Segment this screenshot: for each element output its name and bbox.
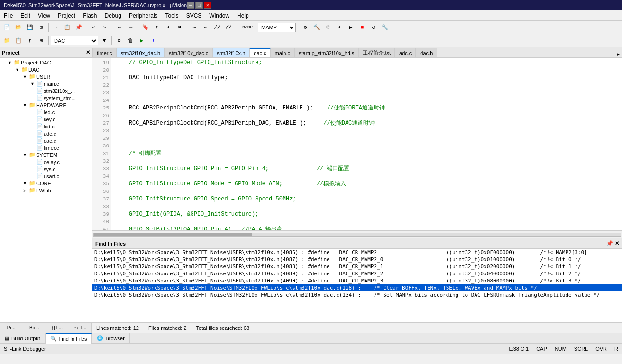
- build-button[interactable]: 🔨: [311, 22, 322, 33]
- build2-button[interactable]: ▶: [137, 36, 147, 46]
- menu-view[interactable]: View: [34, 11, 54, 20]
- minimize-button[interactable]: ─: [187, 2, 194, 9]
- menu-edit[interactable]: Edit: [17, 11, 34, 20]
- find-result-item-selected[interactable]: D:\keil5\0_Stm32WorkSpace\3_Stm32FFT_Noi…: [92, 284, 622, 291]
- mamp-button[interactable]: MAMP: [238, 22, 257, 33]
- tree-item-system-folder[interactable]: ▼ 📁 SYSTEM: [0, 151, 92, 158]
- bookmark-button[interactable]: 🔖: [140, 22, 151, 33]
- tree-item-dac[interactable]: ▼ 📁 DAC: [0, 66, 92, 73]
- tab-find-in-files[interactable]: 🔍 Find In Files: [46, 333, 92, 344]
- comment-button[interactable]: //: [212, 22, 222, 33]
- nav-back-button[interactable]: ←: [114, 22, 125, 33]
- find-result-item[interactable]: D:\keil5\0_Stm32WorkSpace\3_Stm32FFT_Noi…: [92, 263, 622, 270]
- find-results-list[interactable]: D:\keil5\0_Stm32WorkSpace\3_Stm32FFT_Noi…: [92, 249, 622, 322]
- undo-button[interactable]: ↩: [88, 22, 99, 33]
- save-button[interactable]: 💾: [25, 22, 35, 33]
- tab-gongjian[interactable]: 工程简介.txt: [358, 48, 395, 57]
- hscroll-thumb[interactable]: [94, 233, 252, 236]
- close-button[interactable]: ✕: [204, 2, 211, 9]
- tree-item-dacc[interactable]: 📄 dac.c: [0, 137, 92, 144]
- tree-item-keyc[interactable]: 📄 key.c: [0, 116, 92, 123]
- tree-item-ledc[interactable]: 📄 led.c: [0, 109, 92, 116]
- target-select[interactable]: DAC: [51, 36, 98, 46]
- tree-item-lcdc[interactable]: 📄 lcd.c: [0, 123, 92, 130]
- tree-item-project[interactable]: ▼ 📁 Project: DAC: [0, 59, 92, 66]
- copy-button[interactable]: 📋: [62, 22, 73, 33]
- template-button[interactable]: ⊞: [36, 36, 46, 46]
- tool1-button[interactable]: 🔧: [380, 22, 390, 33]
- menu-tools[interactable]: Tools: [162, 11, 183, 20]
- horizontal-scrollbar[interactable]: [92, 230, 622, 238]
- find-result-item[interactable]: D:\keil5\0_Stm32WorkSpace\3_Stm32FFT_Noi…: [92, 249, 622, 256]
- combo-arrow[interactable]: ▼: [99, 36, 110, 46]
- download2-button[interactable]: ⬇: [148, 36, 158, 46]
- redo-button[interactable]: ↪: [100, 22, 110, 33]
- tab-stm32f10x-dach[interactable]: stm32f10x_dac.h: [116, 48, 165, 57]
- debug-button[interactable]: ▶: [346, 22, 356, 33]
- menu-help[interactable]: Help: [233, 11, 253, 20]
- menu-debug[interactable]: Debug: [101, 11, 125, 20]
- find-result-item[interactable]: D:\keil5\0_Stm32WorkSpace\3_Stm32FFT_Noi…: [92, 256, 622, 263]
- tree-item-mainc[interactable]: ▼ 📄 main.c: [0, 80, 92, 87]
- func-view-button[interactable]: ƒ: [25, 36, 35, 46]
- target-combo[interactable]: MAMP: [258, 23, 296, 32]
- bookmark-next-button[interactable]: ⬇: [163, 22, 174, 33]
- tree-item-core[interactable]: ▼ 📁 CORE: [0, 180, 92, 187]
- target-options-button[interactable]: ⚙: [300, 22, 311, 33]
- find-panel-dock[interactable]: 📌: [606, 240, 613, 246]
- options-button[interactable]: ⚙: [114, 36, 124, 46]
- tab-adcc[interactable]: adc.c: [395, 48, 416, 57]
- bookmark-prev-button[interactable]: ⬆: [152, 22, 162, 33]
- tab-build-output[interactable]: ▦ Build Output: [0, 333, 46, 344]
- download-button[interactable]: ⬇: [334, 22, 345, 33]
- proj-tab-project[interactable]: Pr...: [0, 323, 23, 333]
- open-file-button[interactable]: 📂: [13, 22, 24, 33]
- tree-item-timerc[interactable]: 📄 timer.c: [0, 144, 92, 151]
- menu-window[interactable]: Window: [205, 11, 233, 20]
- tree-item-fwlib[interactable]: ▷ 📁 FWLib: [0, 187, 92, 194]
- file-view-button[interactable]: 📋: [13, 36, 24, 46]
- find-panel-close[interactable]: ✕: [615, 240, 619, 246]
- unindent-button[interactable]: ⇤: [201, 22, 211, 33]
- menu-flash[interactable]: Flash: [79, 11, 101, 20]
- indent-button[interactable]: ⇥: [189, 22, 200, 33]
- tree-item-sysc[interactable]: 📄 sys.c: [0, 165, 92, 173]
- maximize-button[interactable]: □: [195, 2, 203, 9]
- tree-item-delayc[interactable]: 📄 delay.c: [0, 158, 92, 165]
- tab-dacc[interactable]: dac.c: [249, 48, 270, 57]
- tree-item-user[interactable]: ▼ 📁 USER: [0, 73, 92, 80]
- tab-dach[interactable]: dac.h: [416, 48, 437, 57]
- uncomment-button[interactable]: //: [223, 22, 234, 33]
- tab-mainc[interactable]: main.c: [271, 48, 294, 57]
- paste-button[interactable]: 📌: [73, 22, 84, 33]
- rebuild-button[interactable]: ⟳: [323, 22, 333, 33]
- save-all-button[interactable]: ⊞: [36, 22, 46, 33]
- tree-item-system[interactable]: 📄 system_stm...: [0, 94, 92, 101]
- tab-scroll-right[interactable]: ▸: [615, 51, 622, 57]
- tab-stm32f10x-dacc[interactable]: stm32f10x_dac.c: [165, 48, 212, 57]
- tab-browser[interactable]: 🌐 Browser: [92, 333, 129, 344]
- bookmark-clear-button[interactable]: ✖: [174, 22, 185, 33]
- tree-item-adcc[interactable]: 📄 adc.c: [0, 130, 92, 137]
- nav-fwd-button[interactable]: →: [126, 22, 136, 33]
- stop-button[interactable]: ■: [357, 22, 367, 33]
- menu-file[interactable]: File: [0, 11, 17, 20]
- find-result-item[interactable]: D:\keil5\0_Stm32WorkSpace\3_Stm32FFT_Noi…: [92, 291, 622, 299]
- cut-button[interactable]: ✂: [51, 22, 61, 33]
- tree-item-stm32f10x[interactable]: 📄 stm32f10x_...: [0, 87, 92, 94]
- tree-item-usartc[interactable]: 📄 usart.c: [0, 173, 92, 180]
- tab-timerc[interactable]: timer.c: [92, 48, 116, 57]
- find-result-item[interactable]: D:\keil5\0_Stm32WorkSpace\3_Stm32FFT_Noi…: [92, 277, 622, 284]
- code-content-area[interactable]: // GPIO_InitTypeDef GPIO_InitStructure; …: [111, 58, 622, 230]
- new-file-button[interactable]: 📄: [2, 22, 12, 33]
- clean-button[interactable]: 🗑: [125, 36, 136, 46]
- project-panel-close[interactable]: ✕: [86, 49, 90, 55]
- proj-tab-books[interactable]: Bo...: [23, 323, 46, 333]
- tree-item-hardware[interactable]: ▼ 📁 HARDWARE: [0, 101, 92, 109]
- tab-stm32f10xh[interactable]: stm32f10x.h: [212, 48, 249, 57]
- find-result-item[interactable]: D:\keil5\0_Stm32WorkSpace\3_Stm32FFT_Noi…: [92, 270, 622, 277]
- tab-startup[interactable]: startup_stm32f10x_hd.s: [294, 48, 358, 57]
- hscroll-track[interactable]: [93, 233, 621, 237]
- proj-tab-functions[interactable]: {} F...: [46, 323, 69, 333]
- proj-tab-templates[interactable]: ↑↓ T...: [69, 323, 92, 333]
